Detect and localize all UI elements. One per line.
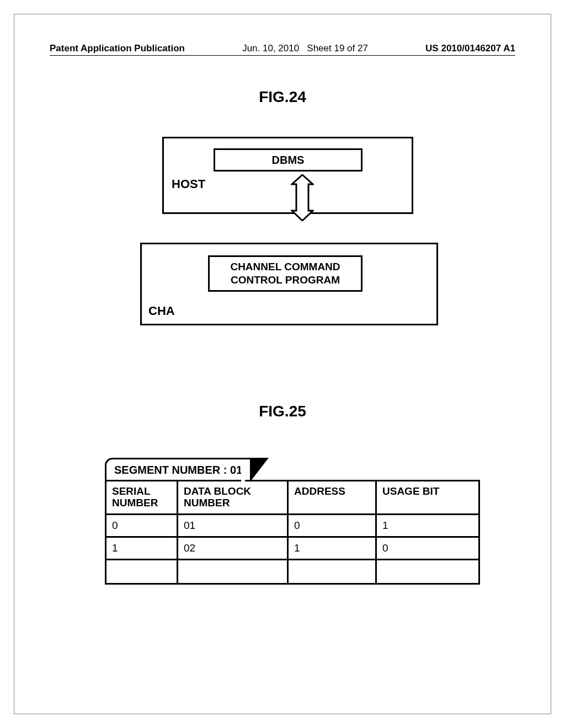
cell-datablock [178,559,288,584]
cell-serial: 0 [106,514,178,537]
segment-number-label: SEGMENT NUMBER : 01 [114,464,242,476]
ccp-line2: CONTROL PROGRAM [231,274,340,286]
cell-usage: 0 [376,537,479,559]
header-rule [50,55,515,56]
cell-address [288,559,376,584]
publication-number: US 2010/0146207 A1 [425,43,515,54]
publication-date: Jun. 10, 2010 [242,43,299,53]
channel-command-control-program-box: CHANNEL COMMAND CONTROL PROGRAM [208,255,363,292]
cell-datablock: 02 [178,537,288,559]
table-row: 1 02 1 0 [106,537,479,559]
table-row: 0 01 0 1 [106,514,479,537]
publication-date-sheet: Jun. 10, 2010 Sheet 19 of 27 [242,43,368,54]
segment-number-tab: SEGMENT NUMBER : 01 [105,458,252,480]
host-box: DBMS HOST [162,137,413,214]
host-label: HOST [172,177,205,191]
cell-datablock: 01 [178,514,288,537]
cell-address: 1 [288,537,376,559]
cha-box: CHANNEL COMMAND CONTROL PROGRAM CHA [140,243,438,325]
col-serial-number: SERIAL NUMBER [106,481,178,515]
sheet-indicator: Sheet 19 of 27 [307,43,368,53]
page-frame [14,14,551,714]
col-data-block-number: DATA BLOCK NUMBER [178,481,288,515]
cell-address: 0 [288,514,376,537]
page-header: Patent Application Publication Jun. 10, … [50,43,515,54]
cell-usage [376,559,479,584]
cell-serial: 1 [106,537,178,559]
cell-serial [106,559,178,584]
publication-type: Patent Application Publication [50,43,185,54]
figure-24-title: FIG.24 [0,88,565,106]
figure-24-diagram: DBMS HOST CHANNEL COMMAND CONTROL PROGRA… [147,137,423,325]
segment-table: SERIAL NUMBER DATA BLOCK NUMBER ADDRESS … [105,480,480,585]
cell-usage: 1 [376,514,479,537]
ccp-line1: CHANNEL COMMAND [230,261,340,272]
col-address: ADDRESS [288,481,376,515]
dbms-box: DBMS [214,148,363,172]
col-usage-bit: USAGE BIT [376,481,479,515]
figure-25-table: SEGMENT NUMBER : 01 SERIAL NUMBER DATA B… [105,458,480,585]
bidirectional-arrow-icon [291,174,314,221]
svg-marker-0 [292,175,313,221]
cha-label: CHA [148,304,175,318]
figure-25-title: FIG.25 [0,403,565,420]
table-header-row: SERIAL NUMBER DATA BLOCK NUMBER ADDRESS … [106,481,479,515]
table-row [106,559,479,584]
